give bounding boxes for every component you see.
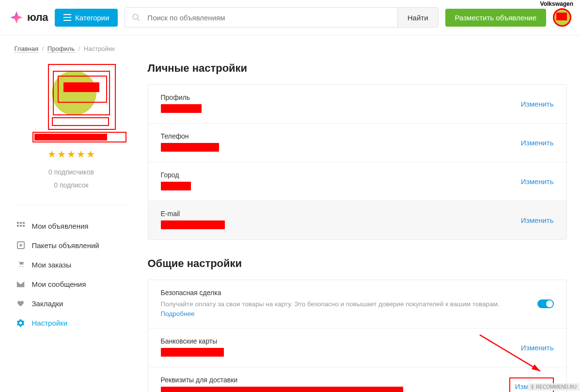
row-label: Профиль <box>161 94 511 101</box>
change-city-link[interactable]: Изменить <box>521 177 554 186</box>
row-description: Получайте оплату за свои товары на карту… <box>161 299 528 319</box>
sidebar-item-label: Мои объявления <box>32 222 89 230</box>
row-email: E-mail Изменить <box>148 201 566 239</box>
general-settings-title: Общие настройки <box>148 257 567 270</box>
sidebar-item-ads[interactable]: Мои объявления <box>15 216 128 235</box>
star-icon: ★ <box>77 149 85 159</box>
redacted-value <box>161 182 191 190</box>
plus-box-icon <box>16 241 25 250</box>
star-icon: ★ <box>86 149 95 159</box>
sidebar-item-label: Пакеты объявлений <box>32 241 99 250</box>
redacted-value <box>161 143 219 152</box>
sidebar-item-orders[interactable]: Мои заказы <box>15 255 128 274</box>
sidebar-item-bookmarks[interactable]: Закладки <box>15 294 128 313</box>
sidebar-item-label: Настройки <box>32 319 68 327</box>
sidebar: ★★★★★ 0 подписчиков 0 подписок Мои объяв… <box>15 62 128 392</box>
subscriptions-count: 0 подписок <box>15 179 128 192</box>
row-safe-deal: Безопасная сделка Получайте оплату за св… <box>148 280 566 329</box>
gear-icon <box>16 318 25 327</box>
annotation-label: Volkswagen <box>540 0 573 7</box>
svg-rect-4 <box>20 222 22 224</box>
main-content: Личные настройки Профиль Изменить Телефо… <box>148 62 567 392</box>
redacted-value <box>161 387 403 392</box>
change-phone-link[interactable]: Изменить <box>521 139 554 147</box>
svg-rect-3 <box>17 222 19 224</box>
row-label: Город <box>161 171 511 179</box>
svg-line-2 <box>138 18 140 21</box>
post-ad-button[interactable]: Разместить объявление <box>445 9 546 27</box>
row-label: E-mail <box>161 210 511 218</box>
breadcrumb-home[interactable]: Главная <box>15 45 38 53</box>
row-city: Город Изменить <box>148 162 566 201</box>
personal-settings-title: Личные настройки <box>148 62 567 75</box>
search-bar: Найти <box>125 7 438 28</box>
search-input[interactable] <box>145 8 397 27</box>
breadcrumb-current: Настройки <box>84 45 115 52</box>
header: юла Категории Найти Разместить объявлени… <box>0 0 581 35</box>
change-cards-link[interactable]: Изменить <box>521 344 554 352</box>
row-delivery: Реквизиты для доставки Изменить <box>148 367 566 392</box>
change-profile-link[interactable]: Изменить <box>521 100 554 108</box>
logo-icon <box>10 11 23 24</box>
star-icon: ★ <box>67 149 76 159</box>
general-settings-card: Безопасная сделка Получайте оплату за св… <box>148 280 567 392</box>
heart-icon <box>16 299 25 308</box>
sidebar-item-messages[interactable]: Мои сообщения <box>15 274 128 294</box>
logo[interactable]: юла <box>10 11 48 24</box>
breadcrumb: Главная / Профиль / Настройки <box>15 45 567 52</box>
row-label: Телефон <box>161 132 511 140</box>
search-button[interactable]: Найти <box>397 8 438 27</box>
safe-deal-toggle[interactable] <box>537 299 554 308</box>
row-bank-cards: Банковские карты Изменить <box>148 329 566 367</box>
user-avatar-wrap: Volkswagen <box>553 8 571 27</box>
categories-label: Категории <box>75 14 109 22</box>
sidebar-item-settings[interactable]: Настройки <box>15 313 128 332</box>
sidebar-item-label: Закладки <box>32 299 63 308</box>
change-email-link[interactable]: Изменить <box>521 216 554 224</box>
star-icon: ★ <box>47 149 56 159</box>
grid-icon <box>16 221 25 230</box>
profile-picture <box>23 62 120 144</box>
mail-icon <box>16 280 25 288</box>
personal-settings-card: Профиль Изменить Телефон Изменить Город <box>148 84 567 240</box>
svg-rect-8 <box>23 225 25 227</box>
star-icon: ★ <box>57 149 66 159</box>
divider <box>15 205 128 205</box>
svg-rect-5 <box>23 222 25 224</box>
container: Главная / Профиль / Настройки ★★★★★ 0 по… <box>5 35 577 392</box>
redacted-value <box>161 220 225 229</box>
sidebar-nav: Мои объявления Пакеты объявлений Мои зак… <box>15 216 128 332</box>
followers-count: 0 подписчиков <box>15 166 128 179</box>
breadcrumb-profile[interactable]: Профиль <box>47 45 75 53</box>
watermark: iRECOMMEND.RU <box>528 383 580 391</box>
search-icon <box>125 8 145 27</box>
cart-icon <box>16 260 25 269</box>
svg-point-1 <box>133 14 139 19</box>
row-label: Банковские карты <box>161 337 511 345</box>
rating-stars: ★★★★★ <box>15 148 128 160</box>
row-label: Реквизиты для доставки <box>161 376 500 384</box>
redacted-value <box>161 104 202 113</box>
logo-text: юла <box>27 11 48 24</box>
redacted-value <box>161 348 224 357</box>
svg-rect-6 <box>17 225 19 227</box>
user-avatar[interactable] <box>553 8 571 27</box>
menu-icon <box>63 14 71 21</box>
sidebar-item-packages[interactable]: Пакеты объявлений <box>15 235 128 255</box>
row-phone: Телефон Изменить <box>148 124 566 162</box>
categories-button[interactable]: Категории <box>55 9 118 27</box>
row-profile: Профиль Изменить <box>148 85 566 124</box>
svg-marker-0 <box>10 11 23 24</box>
sidebar-item-label: Мои сообщения <box>32 280 86 288</box>
row-label: Безопасная сделка <box>161 289 528 297</box>
svg-rect-7 <box>20 225 22 227</box>
sidebar-item-label: Мои заказы <box>32 261 72 269</box>
more-link[interactable]: Подробнее <box>161 310 195 317</box>
subscriber-info: 0 подписчиков 0 подписок <box>15 166 128 191</box>
